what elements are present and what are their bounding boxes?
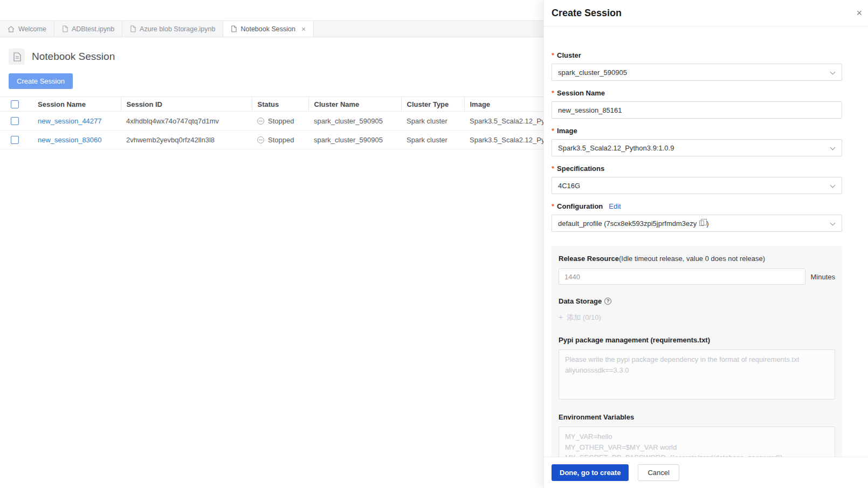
tab-azure-blob-storage[interactable]: Azure blob Storage.ipynb (122, 21, 223, 37)
status-text: Stopped (268, 117, 294, 125)
plus-icon: + (559, 313, 563, 321)
close-icon[interactable]: × (853, 6, 865, 20)
chevron-down-icon (830, 183, 836, 188)
image-select-value: Spark3.5_Scala2.12_Python3.9:1.0.9 (558, 144, 674, 152)
tab-adbtest[interactable]: ADBtest.ipynb (54, 21, 122, 37)
session-name-label: * Session Name (552, 89, 842, 97)
tab-bar: Welcome ADBtest.ipynb Azure blob Storage… (0, 20, 543, 37)
sessions-table: Session Name Session ID Status Cluster N… (0, 97, 543, 149)
row-checkbox[interactable] (11, 136, 19, 144)
session-name-link[interactable]: new_session_83060 (38, 136, 102, 144)
table-header-row: Session Name Session ID Status Cluster N… (0, 97, 543, 112)
tab-notebook-session[interactable]: Notebook Session × (223, 21, 314, 37)
add-label: 添加 (567, 313, 581, 321)
environment-variables-textarea[interactable] (559, 427, 835, 457)
page-header: Notebook Session (0, 37, 543, 73)
tab-label: ADBtest.ipynb (72, 25, 114, 33)
drawer-footer: Done, go to create Cancel (544, 457, 868, 488)
page-title: Notebook Session (32, 51, 115, 63)
column-header-image: Image (464, 97, 543, 112)
stopped-icon (257, 136, 264, 143)
pypi-textarea[interactable] (559, 349, 835, 400)
session-name-link[interactable]: new_session_44277 (38, 117, 102, 125)
data-storage-add-button[interactable]: +添加 (0/10) (559, 313, 835, 322)
status-text: Stopped (268, 136, 294, 144)
column-header-session-name: Session Name (32, 97, 121, 112)
top-bar (0, 0, 543, 20)
required-asterisk: * (552, 89, 554, 97)
main-area: Welcome ADBtest.ipynb Azure blob Storage… (0, 0, 543, 488)
table-row: new_session_44277 4xlhdblq4wx74o747qtq7d… (0, 112, 543, 130)
release-resource-unit: Minutes (810, 273, 835, 281)
configuration-label: * Configuration Edit (552, 202, 842, 210)
session-name-field: * Session Name (552, 89, 842, 119)
drawer-title: Create Session (552, 8, 622, 18)
session-id-cell: 2vhwemb2yevbq0rfz42lln3l8 (121, 130, 252, 149)
cluster-name-cell: spark_cluster_590905 (308, 112, 401, 130)
specifications-select-value: 4C16G (558, 182, 580, 190)
image-cell: Spark3.5_Scala2.12_Python3.9:1.0.9 (464, 112, 543, 130)
done-go-to-create-button[interactable]: Done, go to create (552, 464, 629, 481)
cluster-type-cell: Spark cluster (401, 130, 464, 149)
configuration-select[interactable]: default_profile (7scx8ek593zpi5jprfmdm3e… (552, 215, 842, 232)
drawer-body: * Cluster spark_cluster_590905 * Session… (544, 26, 868, 457)
configuration-edit-link[interactable]: Edit (609, 202, 621, 210)
notebook-icon (62, 25, 68, 32)
cluster-field: * Cluster spark_cluster_590905 (552, 51, 842, 81)
specifications-field: * Specifications 4C16G (552, 164, 842, 194)
column-header-session-id: Session ID (121, 97, 252, 112)
image-label: * Image (552, 127, 842, 135)
stopped-icon (257, 118, 264, 125)
column-header-cluster-type: Cluster Type (401, 97, 464, 112)
copy-icon[interactable] (699, 221, 704, 226)
session-name-input[interactable] (552, 101, 842, 119)
column-header-status: Status (252, 97, 308, 112)
status-cell: Stopped (252, 112, 308, 130)
configuration-select-value: default_profile (7scx8ek593zpi5jprfmdm3e… (558, 219, 697, 228)
required-asterisk: * (552, 202, 554, 210)
status-cell: Stopped (252, 130, 308, 149)
create-session-drawer: Create Session × * Cluster spark_cluster… (543, 0, 868, 488)
required-asterisk: * (552, 164, 554, 173)
specifications-select[interactable]: 4C16G (552, 177, 842, 194)
tab-welcome[interactable]: Welcome (0, 21, 54, 37)
data-storage-row: Data Storage ? (559, 297, 835, 305)
drawer-header: Create Session × (544, 0, 868, 26)
row-checkbox[interactable] (11, 117, 19, 125)
environment-variables-label: Environment Variables (559, 413, 835, 421)
notebook-icon (130, 25, 136, 32)
release-resource-hint: (Idle timeout release, value 0 does not … (619, 255, 765, 263)
release-resource-input[interactable] (559, 269, 805, 285)
pypi-label: Pypi package management (requirements.tx… (559, 336, 835, 344)
cluster-select-value: spark_cluster_590905 (558, 68, 627, 77)
image-cell: Spark3.5_Scala2.12_Python3.9:1.0.9 (464, 130, 543, 149)
image-field: * Image Spark3.5_Scala2.12_Python3.9:1.0… (552, 127, 842, 156)
info-icon[interactable]: ? (604, 298, 611, 305)
create-session-button[interactable]: Create Session (9, 73, 73, 89)
release-resource-row: Minutes (559, 269, 835, 285)
tab-label: Notebook Session (240, 25, 295, 33)
release-resource-label: Release Resource(Idle timeout release, v… (559, 255, 835, 263)
chevron-down-icon (830, 221, 836, 226)
data-storage-label: Data Storage (559, 297, 602, 305)
chevron-down-icon (830, 70, 836, 75)
tab-label: Azure blob Storage.ipynb (140, 25, 215, 33)
required-asterisk: * (552, 127, 554, 135)
specifications-label: * Specifications (552, 164, 842, 173)
cluster-name-cell: spark_cluster_590905 (308, 130, 401, 149)
required-asterisk: * (552, 51, 554, 59)
select-all-checkbox[interactable] (11, 100, 19, 108)
image-select[interactable]: Spark3.5_Scala2.12_Python3.9:1.0.9 (552, 139, 842, 156)
chevron-down-icon (830, 145, 836, 150)
notebook-session-icon (9, 49, 25, 65)
add-count: (0/10) (583, 313, 601, 321)
tab-close-icon[interactable]: × (301, 25, 306, 33)
home-icon (8, 26, 15, 32)
configuration-field: * Configuration Edit default_profile (7s… (552, 202, 842, 232)
app-window: Welcome ADBtest.ipynb Azure blob Storage… (0, 0, 868, 488)
tab-label: Welcome (18, 25, 46, 33)
table-row: new_session_83060 2vhwemb2yevbq0rfz42lln… (0, 130, 543, 149)
cancel-button[interactable]: Cancel (638, 464, 679, 481)
session-id-cell: 4xlhdblq4wx74o747qtq7d1mv (121, 112, 252, 130)
cluster-select[interactable]: spark_cluster_590905 (552, 64, 842, 81)
